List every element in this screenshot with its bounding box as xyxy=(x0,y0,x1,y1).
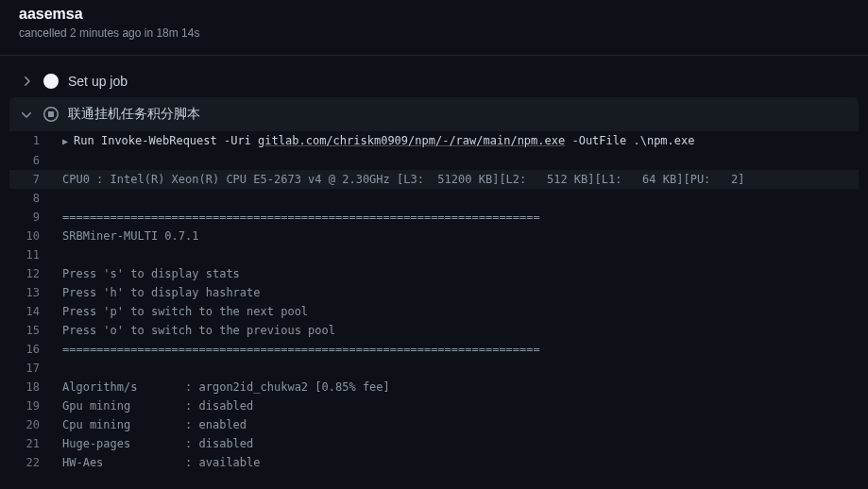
check-circle-icon xyxy=(43,74,59,89)
line-number: 15 xyxy=(9,321,55,340)
line-content: Press 'h' to display hashrate xyxy=(55,283,261,302)
log-line[interactable]: 20Cpu mining : enabled xyxy=(9,415,859,434)
line-content xyxy=(55,245,69,264)
line-content: ========================================… xyxy=(55,208,540,227)
line-number: 8 xyxy=(9,189,55,208)
line-number: 21 xyxy=(9,434,55,453)
line-number: 7 xyxy=(9,170,55,189)
workflow-subtitle: cancelled 2 minutes ago in 18m 14s xyxy=(19,26,849,40)
triangle-right-icon[interactable]: ▶ xyxy=(62,136,68,146)
log-line[interactable]: 22HW-Aes : available xyxy=(9,453,859,472)
workflow-title: aasemsa xyxy=(19,6,849,23)
log-line[interactable]: 6 xyxy=(9,151,859,170)
line-content: Huge-pages : disabled xyxy=(55,434,253,453)
line-content: HW-Aes : available xyxy=(55,453,261,472)
stop-circle-icon xyxy=(43,107,59,122)
step-label: Set up job xyxy=(68,74,128,89)
line-content: Press 'p' to switch to the next pool xyxy=(55,302,308,321)
line-content: Cpu mining : enabled xyxy=(55,415,247,434)
line-number: 12 xyxy=(9,264,55,283)
line-number: 14 xyxy=(9,302,55,321)
line-content xyxy=(55,151,69,170)
line-number: 1 xyxy=(9,131,55,151)
log-line[interactable]: 18Algorithm/s : argon2id_chukwa2 [0.85% … xyxy=(9,378,859,396)
line-content xyxy=(55,359,69,378)
line-number: 19 xyxy=(9,396,55,415)
log-line[interactable]: 9=======================================… xyxy=(9,208,859,227)
line-number: 11 xyxy=(9,245,55,264)
line-number: 20 xyxy=(9,415,55,434)
log-line[interactable]: 12Press 's' to display stats xyxy=(9,264,859,283)
log-line[interactable]: 10SRBMiner-MULTI 0.7.1 xyxy=(9,227,859,245)
url-link[interactable]: gitlab.com/chriskm0909/npm/-/raw/main/np… xyxy=(258,134,565,147)
line-content: ========================================… xyxy=(55,340,540,359)
log-output: 1▶Run Invoke-WebRequest -Uri gitlab.com/… xyxy=(9,131,859,472)
line-number: 17 xyxy=(9,359,55,378)
log-line[interactable]: 7CPU0 : Intel(R) Xeon(R) CPU E5-2673 v4 … xyxy=(9,170,859,189)
log-line[interactable]: 11 xyxy=(9,245,859,264)
line-content: Gpu mining : disabled xyxy=(55,396,253,415)
workflow-header: aasemsa cancelled 2 minutes ago in 18m 1… xyxy=(0,0,868,56)
line-number: 9 xyxy=(9,208,55,227)
line-content: ▶Run Invoke-WebRequest -Uri gitlab.com/c… xyxy=(55,131,695,151)
line-content: SRBMiner-MULTI 0.7.1 xyxy=(55,227,199,245)
line-number: 18 xyxy=(9,378,55,396)
line-content: Press 'o' to switch to the previous pool xyxy=(55,321,335,340)
line-number: 6 xyxy=(9,151,55,170)
log-line[interactable]: 21Huge-pages : disabled xyxy=(9,434,859,453)
line-number: 13 xyxy=(9,283,55,302)
log-line[interactable]: 8 xyxy=(9,189,859,208)
line-content: Press 's' to display stats xyxy=(55,264,240,283)
line-number: 10 xyxy=(9,227,55,245)
step-setup-job[interactable]: Set up job xyxy=(0,65,868,97)
line-content: CPU0 : Intel(R) Xeon(R) CPU E5-2673 v4 @… xyxy=(55,170,744,189)
log-line[interactable]: 19Gpu mining : disabled xyxy=(9,396,859,415)
log-line[interactable]: 13Press 'h' to display hashrate xyxy=(9,283,859,302)
line-content xyxy=(55,189,69,208)
log-line[interactable]: 15Press 'o' to switch to the previous po… xyxy=(9,321,859,340)
steps-list: Set up job 联通挂机任务积分脚本 1▶Run Invoke-WebRe… xyxy=(0,56,868,481)
line-content: Algorithm/s : argon2id_chukwa2 [0.85% fe… xyxy=(55,378,390,396)
line-number: 16 xyxy=(9,340,55,359)
log-line[interactable]: 14Press 'p' to switch to the next pool xyxy=(9,302,859,321)
log-line[interactable]: 16======================================… xyxy=(9,340,859,359)
chevron-right-icon[interactable] xyxy=(19,74,34,89)
step-main-script[interactable]: 联通挂机任务积分脚本 xyxy=(9,97,859,131)
log-line[interactable]: 17 xyxy=(9,359,859,378)
step-label: 联通挂机任务积分脚本 xyxy=(68,106,200,123)
line-number: 22 xyxy=(9,453,55,472)
chevron-down-icon[interactable] xyxy=(19,107,34,122)
log-line[interactable]: 1▶Run Invoke-WebRequest -Uri gitlab.com/… xyxy=(9,131,859,151)
